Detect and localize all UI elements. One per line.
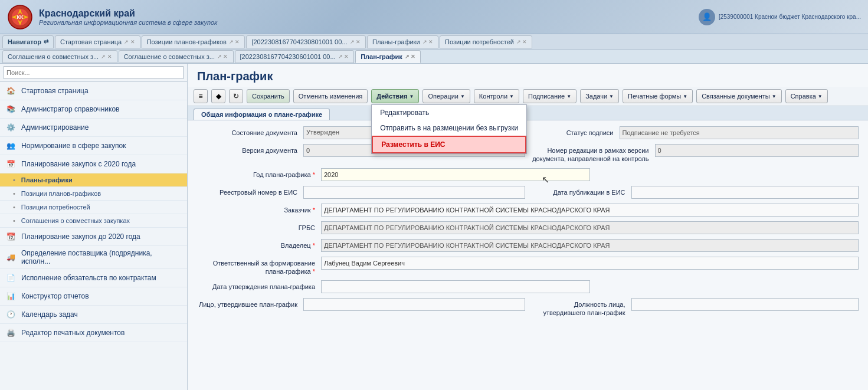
search-input[interactable] bbox=[4, 66, 184, 79]
sidebar-search-container bbox=[0, 64, 187, 82]
sign-button[interactable]: Подписание ▼ bbox=[523, 89, 577, 103]
header-title-block: Краснодарский край Региональная информац… bbox=[39, 8, 699, 26]
tasks-dropdown-arrow: ▼ bbox=[609, 94, 614, 99]
form-row-owner: Владелец bbox=[197, 239, 859, 252]
action-place-eis[interactable]: Разместить в ЕИС bbox=[372, 136, 526, 153]
sidebar-item-print-label: Редактор печатных документов bbox=[21, 329, 125, 337]
sidebar-item-start[interactable]: 🏠 Стартовая страница bbox=[0, 82, 187, 100]
save-button[interactable]: Сохранить bbox=[247, 89, 290, 103]
sidebar-item-plan-graphs-label: Планы-графики bbox=[21, 176, 73, 183]
linked-dropdown-arrow: ▼ bbox=[772, 94, 777, 99]
help-button[interactable]: Справка ▼ bbox=[785, 89, 828, 103]
controls-button[interactable]: Контроли ▼ bbox=[474, 89, 519, 103]
sub-tab-general-info-label: Общая информация о плане-графике bbox=[201, 111, 322, 118]
bullet-icon-2: • bbox=[13, 190, 15, 197]
tab-start[interactable]: Стартовая страница ↗ ✕ bbox=[55, 35, 140, 48]
book-icon: 📚 bbox=[5, 103, 17, 115]
action-send-no-upload[interactable]: Отправить в на размещении без выгрузки bbox=[372, 120, 526, 136]
grbs-label: ГРБС bbox=[197, 221, 315, 232]
tab-doc1[interactable]: [2022308167704230801001 00... ↗ ✕ bbox=[246, 35, 366, 48]
plan-year-field[interactable] bbox=[321, 168, 590, 181]
action-edit[interactable]: Редактировать bbox=[372, 105, 526, 120]
tab-start-label: Стартовая страница bbox=[60, 38, 122, 45]
home-icon: 🏠 bbox=[5, 85, 17, 97]
form-half-approver-position: Должность лица, утвердившего план-график bbox=[531, 298, 859, 317]
sub-tab-general-info[interactable]: Общая информация о плане-графике bbox=[194, 109, 330, 120]
responsible-field[interactable] bbox=[321, 257, 859, 270]
tab-agreements2-label: Соглашение о совместных з... bbox=[124, 53, 215, 60]
user-avatar[interactable]: 👤 bbox=[699, 9, 715, 25]
tab-needs[interactable]: Позиции потребностей ↗ ✕ bbox=[440, 35, 532, 48]
sidebar-item-suppliers[interactable]: 🚚 Определение поставщика (подрядника, ис… bbox=[0, 246, 187, 269]
actions-button[interactable]: Действия ▼ bbox=[371, 89, 419, 103]
sidebar-item-tasks[interactable]: 🕐 Календарь задач bbox=[0, 306, 187, 324]
sidebar-item-start-label: Стартовая страница bbox=[21, 87, 89, 95]
tab-plan-graph[interactable]: План-график ↗ ✕ bbox=[355, 50, 421, 63]
tab-plan-graph-label: План-график bbox=[361, 53, 402, 60]
form-half-sign: Статус подписи bbox=[531, 126, 859, 139]
sidebar-item-contracts[interactable]: 📄 Исполнение обязательств по контрактам bbox=[0, 269, 187, 287]
tasks-button[interactable]: Задачи ▼ bbox=[580, 89, 619, 103]
linked-docs-button[interactable]: Связанные документы ▼ bbox=[696, 89, 781, 103]
sign-status-label: Статус подписи bbox=[531, 126, 614, 137]
tag-button[interactable]: ◆ bbox=[211, 89, 225, 103]
sidebar-item-print[interactable]: 🖨️ Редактор печатных документов bbox=[0, 324, 187, 342]
sidebar-item-reports[interactable]: 📊 Конструктор отчетов bbox=[0, 287, 187, 306]
sidebar-item-norming[interactable]: 👥 Нормирование в сфере закупок bbox=[0, 137, 187, 155]
approval-date-field[interactable] bbox=[321, 280, 590, 293]
tab-navigator[interactable]: Навигатор ⇄ bbox=[2, 35, 54, 48]
sign-status-field bbox=[620, 126, 859, 139]
header-user[interactable]: 👤 [2539000001 Краснои бюджет Краснодарск… bbox=[699, 9, 861, 25]
header-subtitle: Региональная информационная система в сф… bbox=[39, 19, 699, 26]
sidebar-item-positions-pg[interactable]: • Позиции планов-графиков bbox=[0, 187, 187, 201]
contract-icon: 📄 bbox=[5, 272, 17, 284]
pub-date-field[interactable] bbox=[631, 186, 859, 199]
sidebar-item-plan-pre2020[interactable]: 📆 Планирование закупок до 2020 года bbox=[0, 228, 187, 246]
svg-text:КК: КК bbox=[17, 14, 24, 20]
sidebar-item-agreements[interactable]: • Соглашения о совместных закупках bbox=[0, 214, 187, 228]
page-title: План-график bbox=[188, 64, 868, 87]
tab-plans[interactable]: Планы-графики ↗ ✕ bbox=[367, 35, 438, 48]
truck-icon: 🚚 bbox=[5, 251, 17, 263]
customer-field[interactable] bbox=[321, 204, 859, 217]
responsible-label: Ответственный за формирование плана-граф… bbox=[197, 257, 315, 276]
tab-positions[interactable]: Позиции планов-графиков ↗ ✕ bbox=[142, 35, 245, 48]
tab-agreements2-icons: ↗ ✕ bbox=[217, 54, 228, 60]
registry-field[interactable] bbox=[303, 186, 525, 199]
actions-label: Действия bbox=[376, 93, 407, 100]
calendar-icon: 📅 bbox=[5, 158, 17, 170]
sidebar-item-positions-need[interactable]: • Позиции потребностей bbox=[0, 201, 187, 214]
refresh-button[interactable]: ↻ bbox=[229, 89, 243, 103]
cancel-button[interactable]: Отменить изменения bbox=[293, 89, 368, 103]
sidebar: 🏠 Стартовая страница 📚 Администратор спр… bbox=[0, 64, 188, 390]
tab-agreements1[interactable]: Соглашения о совместных з... ↗ ✕ bbox=[2, 50, 117, 63]
sidebar-item-admin[interactable]: ⚙️ Администрирование bbox=[0, 119, 187, 137]
approver-position-field[interactable] bbox=[631, 298, 859, 311]
sidebar-item-admin-ref[interactable]: 📚 Администратор справочников bbox=[0, 100, 187, 119]
operations-button[interactable]: Операции ▼ bbox=[422, 89, 470, 103]
tab-doc2-icons: ↗ ✕ bbox=[338, 54, 349, 60]
form-row-year: Год плана-графика bbox=[197, 168, 859, 181]
sign-label: Подписание bbox=[528, 93, 565, 100]
sidebar-item-plan2020[interactable]: 📅 Планирование закупок с 2020 года bbox=[0, 155, 187, 173]
sidebar-item-plan-graphs[interactable]: • Планы-графики bbox=[0, 173, 187, 187]
tab-agreements2[interactable]: Соглашение о совместных з... ↗ ✕ bbox=[119, 50, 234, 63]
sidebar-item-positions-need-label: Позиции потребностей bbox=[21, 204, 90, 211]
print-forms-button[interactable]: Печатные формы ▼ bbox=[623, 89, 693, 103]
print-label: Печатные формы bbox=[628, 93, 681, 100]
main-layout: 🏠 Стартовая страница 📚 Администратор спр… bbox=[0, 64, 868, 390]
list-view-button[interactable]: ≡ bbox=[194, 89, 208, 103]
sidebar-item-admin-label: Администрирование bbox=[21, 123, 89, 132]
tab-doc2[interactable]: [2022308167704230601001 00... ↗ ✕ bbox=[235, 50, 355, 63]
tab-needs-icons: ↗ ✕ bbox=[516, 39, 528, 45]
operations-dropdown-arrow: ▼ bbox=[460, 94, 465, 99]
sidebar-item-positions-pg-label: Позиции планов-графиков bbox=[21, 190, 101, 197]
print-dropdown-arrow: ▼ bbox=[683, 94, 687, 99]
form-half-revision: Номер редакции в рамках версии документа… bbox=[531, 144, 859, 163]
approver-field[interactable] bbox=[303, 298, 525, 311]
sidebar-item-plan-pre2020-label: Планирование закупок до 2020 года bbox=[21, 232, 140, 241]
linked-label: Связанные документы bbox=[702, 93, 770, 100]
sub-tab-bar: Общая информация о плане-графике bbox=[188, 106, 868, 120]
cancel-label: Отменить изменения bbox=[299, 93, 363, 100]
navigator-icon[interactable]: ⇄ bbox=[44, 38, 48, 45]
